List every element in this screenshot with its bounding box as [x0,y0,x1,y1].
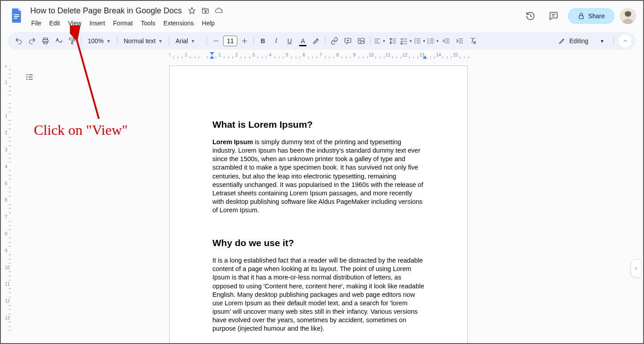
svg-text:3: 3 [428,42,429,45]
heading-2[interactable]: Why do we use it? [212,238,424,248]
redo-button[interactable] [26,35,38,47]
pencil-icon [558,37,566,45]
toolbar: 100%▼ Normal text▼ Arial▼ B I U A ▼ ▼ ▼ … [8,32,636,50]
cloud-status-icon[interactable] [215,7,223,15]
indent-increase-button[interactable] [453,35,466,47]
lock-icon [578,12,585,20]
account-avatar[interactable] [620,8,636,24]
menu-view[interactable]: View [65,18,85,28]
side-panel-toggle[interactable] [631,259,641,278]
font-select[interactable]: Arial▼ [172,35,204,47]
share-label: Share [588,12,605,20]
paint-format-button[interactable] [66,35,78,47]
menu-extensions[interactable]: Extensions [160,18,197,28]
star-icon[interactable] [188,7,196,15]
insert-image-button[interactable] [355,35,367,47]
document-canvas[interactable]: What is Lorem Ipsum? Lorem Ipsum is simp… [14,61,643,343]
menu-help[interactable]: Help [198,18,218,28]
page[interactable]: What is Lorem Ipsum? Lorem Ipsum is simp… [169,65,468,343]
svg-point-21 [359,40,361,41]
document-title[interactable]: How to Delete Page Break in Google Docs [28,5,184,16]
svg-point-32 [415,38,416,39]
menu-tools[interactable]: Tools [137,18,159,28]
menu-insert[interactable]: Insert [86,18,109,28]
svg-rect-1 [14,16,19,17]
bold-button[interactable]: B [257,35,269,47]
text-color-button[interactable]: A [297,35,309,47]
svg-rect-11 [44,42,47,44]
show-outline-button[interactable] [22,70,37,84]
svg-point-33 [415,40,416,41]
font-size-input[interactable] [223,36,237,46]
print-button[interactable] [39,35,52,47]
bullet-list-button[interactable]: ▼ [413,35,426,47]
svg-rect-31 [401,43,402,45]
paragraph-1[interactable]: Lorem Ipsum is simply dummy text of the … [212,138,424,214]
move-icon[interactable] [201,7,209,15]
svg-rect-13 [72,42,73,44]
font-size-increase[interactable] [238,35,251,47]
svg-point-34 [415,42,416,43]
svg-rect-12 [69,38,73,40]
menu-format[interactable]: Format [110,18,136,28]
underline-button[interactable]: U [283,35,296,47]
font-size-decrease[interactable] [210,35,222,47]
docs-logo[interactable] [8,6,26,24]
svg-rect-20 [358,38,364,44]
svg-point-54 [26,77,28,78]
menu-file[interactable]: File [28,18,45,28]
horizontal-ruler[interactable]: 21123456789101112131415 [169,52,634,61]
highlight-button[interactable] [310,35,322,47]
svg-marker-3 [189,8,196,14]
annotation-text: Click on "View" [34,122,128,138]
svg-rect-6 [579,16,583,19]
svg-point-56 [26,79,28,80]
share-button[interactable]: Share [568,8,615,24]
align-button[interactable]: ▼ [373,35,386,47]
svg-rect-0 [14,14,19,15]
spellcheck-button[interactable] [53,35,65,47]
line-spacing-button[interactable] [387,35,399,47]
undo-button[interactable] [12,35,25,47]
heading-1[interactable]: What is Lorem Ipsum? [212,119,424,130]
zoom-select[interactable]: 100%▼ [84,35,114,47]
italic-button[interactable]: I [270,35,282,47]
history-icon[interactable] [522,7,539,25]
numbered-list-button[interactable]: 123▼ [427,35,439,47]
indent-decrease-button[interactable] [440,35,452,47]
paragraph-2[interactable]: It is a long established fact that a rea… [212,256,424,333]
insert-link-button[interactable] [328,35,341,47]
vertical-ruler[interactable]: 2112345678910111213 [1,65,14,343]
svg-point-52 [26,74,28,76]
menu-edit[interactable]: Edit [46,18,64,28]
menu-bar: File Edit View Insert Format Tools Exten… [28,18,522,28]
insert-comment-button[interactable] [342,35,354,47]
editing-mode-button[interactable]: Editing ▼ [552,35,611,47]
collapse-toolbar-button[interactable] [619,35,632,47]
checklist-button[interactable]: ▼ [400,35,412,47]
svg-rect-2 [14,18,17,19]
comments-icon[interactable] [545,7,562,25]
clear-formatting-button[interactable] [467,35,479,47]
paragraph-style-select[interactable]: Normal text▼ [120,35,166,47]
